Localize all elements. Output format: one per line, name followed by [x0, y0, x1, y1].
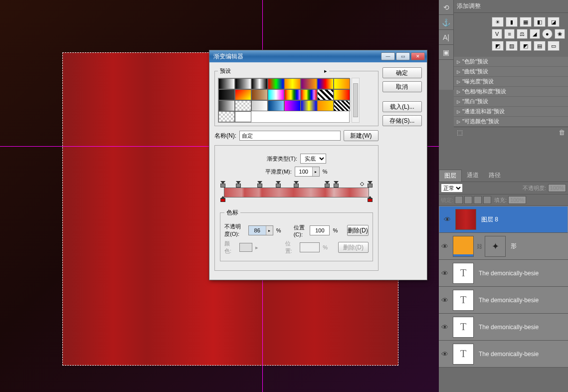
text-layer-thumbnail[interactable]: T	[453, 344, 474, 365]
adjustment-button[interactable]: ▭	[548, 41, 560, 51]
visibility-icon[interactable]: 👁	[439, 242, 451, 250]
history-icon[interactable]: ⟲	[439, 0, 453, 15]
adjustment-preset-item[interactable]: ▷"曝光度"预设	[454, 77, 568, 87]
visibility-icon[interactable]: 👁	[439, 350, 451, 358]
lock-position-icon[interactable]	[474, 196, 482, 204]
layer-row[interactable]: 👁图层 8	[439, 206, 568, 233]
cancel-button[interactable]: 取消	[382, 81, 422, 92]
visibility-icon[interactable]: 👁	[439, 296, 451, 304]
preset-swatch[interactable]	[251, 89, 268, 100]
preset-name[interactable]: "色相/饱和度"预设	[462, 88, 506, 95]
lock-pixels-icon[interactable]	[464, 196, 472, 204]
preset-swatch[interactable]	[284, 89, 301, 100]
adjustment-preset-item[interactable]: ▷"黑白"预设	[454, 97, 568, 107]
layer-name[interactable]: The demonically-besie	[476, 324, 568, 331]
disclosure-icon[interactable]: ▷	[457, 119, 460, 124]
layer-name[interactable]: The demonically-besie	[476, 270, 568, 277]
layer-row[interactable]: 👁⛓✦形	[439, 233, 568, 260]
close-button[interactable]: ✕	[411, 52, 425, 60]
visibility-icon[interactable]: 👁	[441, 215, 453, 223]
layer-name[interactable]: The demonically-besie	[476, 297, 568, 304]
preset-swatch[interactable]	[268, 89, 284, 100]
preset-swatch[interactable]	[334, 89, 350, 100]
opacity-stop[interactable]	[236, 181, 241, 187]
adjustment-button[interactable]: ▤	[534, 41, 546, 51]
smoothness-input[interactable]	[295, 167, 312, 176]
preset-swatch[interactable]	[235, 89, 251, 100]
preset-swatch[interactable]	[301, 78, 317, 89]
visibility-icon[interactable]: 👁	[439, 269, 451, 277]
adjustment-button[interactable]: ▦	[520, 17, 532, 27]
visibility-icon[interactable]: 👁	[439, 323, 451, 331]
text-layer-thumbnail[interactable]: T	[453, 317, 474, 338]
adjustment-preset-item[interactable]: ▷"可选颜色"预设	[454, 117, 568, 127]
disclosure-icon[interactable]: ▷	[457, 109, 460, 114]
panel-tab[interactable]: 通道	[462, 170, 484, 182]
preset-name[interactable]: "曲线"预设	[462, 68, 488, 75]
minimize-button[interactable]: —	[381, 52, 395, 60]
preset-swatch[interactable]	[235, 78, 251, 89]
disclosure-icon[interactable]: ▷	[457, 99, 460, 104]
adjustment-button[interactable]: ◢	[530, 29, 540, 39]
preset-name[interactable]: "色阶"预设	[462, 58, 488, 65]
adjustment-button[interactable]: ☀	[492, 17, 504, 27]
delete-opacity-stop-button[interactable]: 删除(D)	[347, 225, 369, 236]
preset-swatch[interactable]	[268, 78, 284, 89]
preset-swatch[interactable]	[317, 100, 334, 111]
adjustment-preset-item[interactable]: ▷"通道混和器"预设	[454, 107, 568, 117]
opacity-stop[interactable]	[334, 181, 339, 187]
stop-location-input[interactable]	[310, 225, 330, 235]
stop-opacity-input[interactable]	[249, 226, 266, 235]
preset-swatch[interactable]	[268, 100, 284, 111]
maximize-button[interactable]: ▭	[396, 52, 410, 60]
preset-swatch[interactable]	[235, 111, 251, 122]
text-layer-thumbnail[interactable]: T	[453, 290, 474, 311]
opacity-stop[interactable]	[294, 181, 299, 187]
layer-name[interactable]: 形	[508, 242, 568, 250]
preset-swatch[interactable]	[218, 100, 235, 111]
adjustment-button[interactable]: ◪	[548, 17, 560, 27]
adjustment-button[interactable]: ❀	[555, 29, 565, 39]
save-button[interactable]: 存储(S)...	[382, 115, 422, 126]
layer-row[interactable]: 👁TThe demonically-besie	[439, 341, 568, 368]
layer-thumbnail[interactable]	[455, 209, 476, 230]
gradient-strip[interactable]	[224, 188, 369, 197]
layer-opacity-value[interactable]: 100%	[548, 184, 566, 192]
adjustment-button[interactable]: ≡	[504, 29, 515, 39]
preset-swatch[interactable]	[284, 100, 301, 111]
layer-row[interactable]: 👁TThe demonically-besie	[439, 260, 568, 287]
preset-name[interactable]: "可选颜色"预设	[462, 118, 499, 125]
layer-mask-thumbnail[interactable]: ✦	[485, 236, 506, 257]
preset-swatch[interactable]	[218, 111, 235, 122]
opacity-stop[interactable]	[220, 181, 225, 187]
load-button[interactable]: 载入(L)...	[382, 101, 422, 112]
preset-swatch[interactable]	[317, 78, 334, 89]
adjustment-button[interactable]: V	[492, 29, 502, 39]
panel-tab[interactable]: 路径	[484, 170, 506, 182]
adjustment-button[interactable]: ▨	[506, 41, 518, 51]
actions-icon[interactable]: ⚓	[439, 15, 453, 30]
preset-swatch[interactable]	[301, 100, 317, 111]
lock-transparency-icon[interactable]	[455, 196, 463, 204]
gradient-bar[interactable]	[220, 181, 373, 204]
opacity-stop[interactable]	[325, 181, 330, 187]
disclosure-icon[interactable]: ▷	[457, 69, 460, 74]
adjustment-button[interactable]: ◧	[534, 17, 546, 27]
paragraph-icon[interactable]: ▣	[439, 45, 453, 60]
opacity-stop[interactable]	[276, 181, 281, 187]
layer-name[interactable]: The demonically-besie	[476, 351, 568, 358]
adjustment-button[interactable]: ●	[542, 29, 553, 39]
preset-swatch[interactable]	[301, 89, 317, 100]
panel-tab[interactable]: 图层	[439, 170, 462, 182]
adjustment-preset-item[interactable]: ▷"色阶"预设	[454, 57, 568, 67]
adjustment-button[interactable]: ⚖	[517, 29, 527, 39]
adjustment-trash-icon[interactable]: 🗑	[559, 129, 565, 136]
adjustment-expand-icon[interactable]: ⬚	[457, 129, 463, 136]
disclosure-icon[interactable]: ▷	[457, 79, 460, 84]
ok-button[interactable]: 确定	[382, 67, 422, 78]
preset-swatch[interactable]	[235, 100, 251, 111]
layer-thumbnail[interactable]	[453, 236, 474, 257]
opacity-stop[interactable]	[368, 181, 373, 187]
layer-row[interactable]: 👁TThe demonically-besie	[439, 287, 568, 314]
midpoint-diamond[interactable]	[360, 182, 364, 186]
